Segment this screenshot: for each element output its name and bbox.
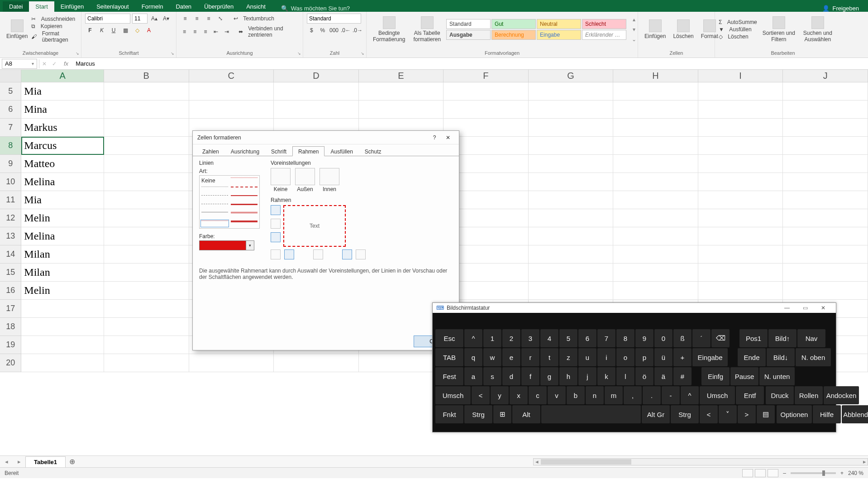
line-style-list[interactable]: Keine — [199, 175, 260, 229]
osk-key[interactable]: b — [567, 386, 585, 404]
find-select-button[interactable]: Suchen und Auswählen — [801, 15, 835, 43]
zoom-level[interactable]: 240 % — [848, 470, 863, 476]
cell[interactable] — [613, 209, 698, 227]
osk-key[interactable]: f — [521, 367, 539, 385]
line-dash2[interactable] — [231, 187, 258, 192]
cell[interactable] — [529, 245, 614, 264]
osk-key[interactable]: ß — [673, 329, 692, 347]
fmtpainter-button[interactable]: 🖌 Format übertragen — [31, 30, 77, 43]
paste-button[interactable]: Einfügen — [4, 19, 30, 40]
cells-insert-button[interactable]: Einfügen — [642, 19, 668, 40]
fill-button[interactable]: ▼ Ausfüllen — [719, 26, 757, 33]
cell[interactable] — [529, 82, 614, 101]
osk-key[interactable]: 9 — [635, 329, 653, 347]
tab-formulas[interactable]: Formeln — [135, 1, 170, 12]
cell[interactable]: Melina — [21, 173, 104, 191]
cells-delete-button[interactable]: Löschen — [670, 19, 696, 40]
sheet-nav-next[interactable]: ▸ — [13, 458, 25, 465]
cell[interactable] — [104, 119, 189, 137]
cell[interactable]: Melin — [21, 282, 104, 300]
cell[interactable] — [613, 173, 698, 191]
dtab-schrift[interactable]: Schrift — [265, 146, 292, 156]
cell[interactable]: Marcus — [21, 137, 104, 155]
osk-key[interactable]: Ende — [738, 348, 766, 366]
osk-key[interactable]: x — [510, 386, 528, 404]
osk-key[interactable]: < — [472, 386, 490, 404]
cell[interactable] — [529, 173, 614, 191]
cell[interactable] — [698, 82, 783, 101]
col-header-C[interactable]: C — [189, 70, 274, 82]
osk-key[interactable]: e — [502, 348, 520, 366]
cell[interactable] — [783, 209, 868, 227]
cell[interactable] — [359, 82, 444, 101]
dtab-ausfuellen[interactable]: Ausfüllen — [324, 146, 358, 156]
osk-key[interactable] — [541, 405, 641, 423]
cell[interactable] — [529, 155, 614, 173]
col-header-A[interactable]: A — [21, 70, 104, 82]
row-header[interactable]: 16 — [0, 282, 21, 300]
osk-key[interactable]: 3 — [521, 329, 539, 347]
cell[interactable] — [359, 354, 444, 372]
cell[interactable] — [698, 155, 783, 173]
cell[interactable] — [698, 119, 783, 137]
cell[interactable] — [529, 101, 614, 119]
cell[interactable] — [783, 264, 868, 282]
line-dot1[interactable] — [231, 177, 258, 184]
cell[interactable] — [783, 191, 868, 209]
cell[interactable] — [104, 318, 189, 336]
thousands-button[interactable]: 000 — [329, 25, 339, 35]
osk-key[interactable]: Einfg — [701, 367, 730, 385]
cell[interactable] — [104, 82, 189, 101]
osk-key[interactable]: ⊞ — [493, 405, 511, 423]
cell[interactable] — [613, 282, 698, 300]
cell[interactable] — [529, 227, 614, 245]
row-header[interactable]: 9 — [0, 155, 21, 173]
dtab-zahlen[interactable]: Zahlen — [196, 146, 225, 156]
line-dot2[interactable] — [201, 187, 228, 192]
col-header-I[interactable]: I — [698, 70, 783, 82]
number-format-combo[interactable] — [307, 14, 361, 24]
osk-key[interactable]: j — [578, 367, 596, 385]
cell[interactable]: Melin — [21, 209, 104, 227]
osk-key[interactable]: Strg — [464, 405, 492, 423]
osk-key[interactable]: u — [578, 348, 596, 366]
cell[interactable]: Mina — [21, 101, 104, 119]
row-header[interactable]: 8 — [0, 137, 21, 155]
cell[interactable] — [104, 264, 189, 282]
col-header-H[interactable]: H — [613, 70, 698, 82]
cell[interactable] — [698, 282, 783, 300]
border-bottom-button[interactable] — [271, 232, 281, 242]
view-pagebreak-button[interactable] — [768, 469, 778, 477]
row-header[interactable]: 7 — [0, 119, 21, 137]
cell[interactable] — [529, 191, 614, 209]
row-header[interactable]: 15 — [0, 264, 21, 282]
line-none[interactable]: Keine — [201, 177, 228, 184]
scroll-right-icon[interactable]: ▸ — [861, 458, 868, 465]
cell[interactable] — [698, 137, 783, 155]
osk-key[interactable]: m — [605, 386, 623, 404]
osk-key[interactable]: Pause — [730, 367, 758, 385]
enter-formula-button[interactable]: ✓ — [49, 59, 59, 69]
osk-key[interactable]: p — [635, 348, 653, 366]
border-color-dropdown[interactable]: ▾ — [199, 240, 254, 250]
tab-data[interactable]: Daten — [169, 1, 198, 12]
cell[interactable] — [529, 209, 614, 227]
cell[interactable] — [104, 282, 189, 300]
cell[interactable] — [783, 101, 868, 119]
osk-key[interactable]: ˅ — [719, 405, 737, 423]
osk-key[interactable]: z — [559, 348, 577, 366]
row-header[interactable]: 11 — [0, 191, 21, 209]
osk-key[interactable]: Bild↓ — [767, 348, 795, 366]
osk-key[interactable]: N. oben — [796, 348, 831, 366]
indent-dec-button[interactable]: ⇤ — [212, 27, 220, 37]
osk-key[interactable]: Alt Gr — [642, 405, 670, 423]
cell[interactable] — [613, 227, 698, 245]
cell[interactable] — [274, 354, 359, 372]
dialog-titlebar[interactable]: Zellen formatieren ? ✕ — [193, 131, 459, 144]
cell[interactable] — [613, 101, 698, 119]
cell[interactable] — [613, 264, 698, 282]
cell[interactable] — [613, 245, 698, 264]
cell[interactable] — [189, 82, 274, 101]
line-selected[interactable] — [201, 221, 228, 226]
zoom-slider[interactable] — [791, 472, 836, 474]
